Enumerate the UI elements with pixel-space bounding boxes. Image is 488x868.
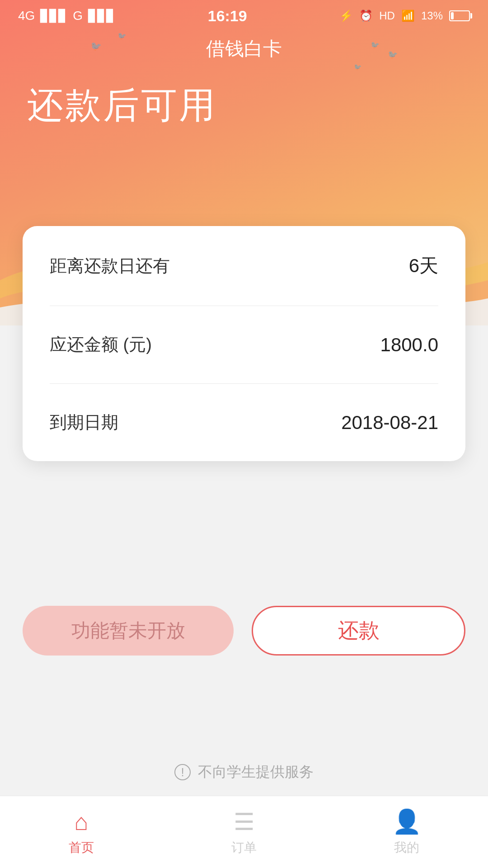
alarm-icon: ⏰ <box>359 9 373 22</box>
repay-button[interactable]: 还款 <box>252 606 465 656</box>
home-label: 首页 <box>69 839 94 856</box>
disclaimer: ! 不向学生提供服务 <box>0 762 488 782</box>
signal-area: 4G ▊▊▊ G ▊▊▊ <box>18 9 115 23</box>
app-title: 借钱白卡 <box>0 36 488 61</box>
days-value: 6天 <box>409 253 438 278</box>
hero-text: 还款后可用 <box>27 81 217 130</box>
no-signal-icon: ⚡ <box>339 9 353 22</box>
amount-label: 应还金额 (元) <box>50 333 152 356</box>
date-label: 到期日期 <box>50 411 118 434</box>
battery-icon <box>449 10 470 21</box>
bird-4: 🐦 <box>354 63 361 71</box>
profile-label: 我的 <box>394 839 419 856</box>
status-bar: 4G ▊▊▊ G ▊▊▊ 16:19 ⚡ ⏰ HD 📶 13% <box>0 0 488 32</box>
profile-icon: 👤 <box>392 808 422 835</box>
nav-home[interactable]: ⌂ 首页 <box>0 808 163 856</box>
info-row-date: 到期日期 2018-08-21 <box>50 383 438 461</box>
time-display: 16:19 <box>208 7 247 25</box>
days-label: 距离还款日还有 <box>50 255 170 278</box>
info-row-days: 距离还款日还有 6天 <box>50 226 438 306</box>
nav-orders[interactable]: ☰ 订单 <box>163 808 325 856</box>
status-indicators: ⚡ ⏰ HD 📶 13% <box>339 9 470 22</box>
amount-value: 1800.0 <box>380 334 438 356</box>
bottom-nav: ⌂ 首页 ☰ 订单 👤 我的 <box>0 796 488 868</box>
orders-label: 订单 <box>231 839 257 856</box>
battery-fill <box>451 12 454 19</box>
signal-4g: 4G <box>18 9 35 23</box>
disabled-button: 功能暂未开放 <box>23 606 234 656</box>
orders-icon: ☰ <box>234 808 255 835</box>
signal-bars-2: ▊▊▊ <box>88 9 115 23</box>
signal-bars-1: ▊▊▊ <box>40 9 67 23</box>
info-icon: ! <box>174 764 191 780</box>
disclaimer-text: 不向学生提供服务 <box>198 762 314 782</box>
info-card: 距离还款日还有 6天 应还金额 (元) 1800.0 到期日期 2018-08-… <box>23 226 465 461</box>
action-buttons: 功能暂未开放 还款 <box>23 606 465 656</box>
hd-badge: HD <box>379 9 395 22</box>
date-value: 2018-08-21 <box>341 412 438 434</box>
home-icon: ⌂ <box>74 808 88 835</box>
wifi-icon: 📶 <box>401 9 415 22</box>
signal-g: G <box>73 9 83 23</box>
info-row-amount: 应还金额 (元) 1800.0 <box>50 306 438 383</box>
nav-profile[interactable]: 👤 我的 <box>325 808 488 856</box>
battery-percent: 13% <box>421 9 443 22</box>
